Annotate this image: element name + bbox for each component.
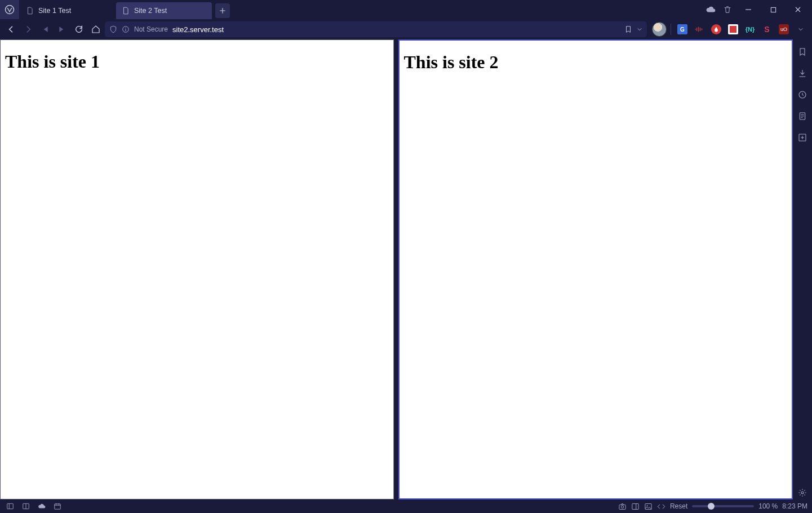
columns-icon <box>22 502 30 510</box>
sync-cloud-button[interactable] <box>703 1 718 18</box>
extension-droplet[interactable] <box>708 22 724 37</box>
vivaldi-logo-icon <box>5 5 15 15</box>
svg-rect-7 <box>7 503 14 508</box>
panel-toggle-button[interactable] <box>5 501 16 512</box>
extension-google-translate[interactable]: G <box>675 22 690 37</box>
forward-button[interactable] <box>20 21 36 37</box>
extension-ublock[interactable]: uO <box>776 22 792 37</box>
content-area: This is site 1 This is site 2 <box>0 39 812 499</box>
panel-history[interactable] <box>796 88 809 101</box>
code-icon <box>657 502 665 511</box>
fast-forward-button[interactable] <box>54 21 70 37</box>
rewind-button[interactable] <box>37 21 53 37</box>
back-button[interactable] <box>3 21 19 37</box>
chevron-down-icon <box>798 26 804 32</box>
page-tiling-button[interactable] <box>631 502 640 511</box>
window-minimize-button[interactable] <box>736 1 760 18</box>
minimize-icon <box>745 6 752 13</box>
zoom-reset-button[interactable]: Reset <box>670 502 687 510</box>
layout-icon <box>631 502 640 511</box>
waveform-icon <box>694 25 704 33</box>
panel-bookmarks[interactable] <box>796 45 809 59</box>
clock: 8:23 PM <box>782 502 807 510</box>
skip-forward-icon <box>58 25 66 33</box>
info-icon <box>122 25 130 33</box>
close-icon <box>795 6 801 13</box>
page-heading: This is site 2 <box>404 52 792 73</box>
images-toggle-button[interactable] <box>644 502 653 511</box>
capture-button[interactable] <box>618 502 627 511</box>
svg-point-6 <box>801 492 804 494</box>
tile-container: This is site 1 This is site 2 <box>0 39 793 499</box>
toolbar-extensions: G {N} S uO <box>648 22 809 37</box>
ublock-icon: uO <box>779 24 789 34</box>
svg-rect-12 <box>632 503 638 509</box>
file-icon <box>26 7 34 15</box>
panel-downloads[interactable] <box>796 67 809 80</box>
address-field[interactable]: Not Secure site2.server.test <box>105 21 647 37</box>
home-icon <box>91 25 100 34</box>
security-badge: Not Secure <box>134 25 168 33</box>
extension-audio[interactable] <box>691 22 707 37</box>
chevron-down-icon[interactable] <box>637 26 642 32</box>
closed-tabs-trash-button[interactable] <box>720 1 735 18</box>
extension-pocket[interactable] <box>725 22 741 37</box>
toolbar: Not Secure site2.server.test G {N} S uO <box>0 19 812 39</box>
status-bar: Reset 100 % 8:23 PM <box>0 499 812 513</box>
extension-s[interactable]: S <box>759 22 775 37</box>
tab-site-2[interactable]: Site 2 Test <box>116 2 212 19</box>
shield-icon <box>109 25 117 33</box>
bookmark-icon[interactable] <box>624 25 632 33</box>
extension-n[interactable]: {N} <box>742 22 758 37</box>
skip-back-icon <box>41 25 49 33</box>
tile-site-2[interactable]: This is site 2 <box>398 39 793 499</box>
tile-divider[interactable] <box>394 39 398 499</box>
tiling-button[interactable] <box>20 501 32 512</box>
gear-icon <box>798 488 807 497</box>
calendar-icon <box>54 502 61 510</box>
reload-button[interactable] <box>71 21 87 37</box>
tab-site-1[interactable]: Site 1 Test <box>20 2 116 19</box>
cloud-icon <box>705 5 716 15</box>
avatar-icon <box>652 22 667 37</box>
s-icon: S <box>764 25 769 34</box>
zoom-slider[interactable] <box>692 505 754 507</box>
camera-icon <box>618 502 627 511</box>
extensions-overflow[interactable] <box>793 22 809 37</box>
window-maximize-button[interactable] <box>761 1 785 18</box>
chevron-left-icon <box>7 25 16 34</box>
home-button[interactable] <box>88 21 104 37</box>
n-icon: {N} <box>746 26 755 33</box>
slider-thumb-icon <box>708 503 715 510</box>
tab-strip: Site 1 Test Site 2 Test <box>0 0 812 19</box>
tab-label: Site 1 Test <box>38 7 71 15</box>
svg-rect-9 <box>55 504 61 509</box>
droplet-icon <box>711 24 721 34</box>
svg-point-14 <box>647 505 648 506</box>
window-close-button[interactable] <box>786 1 810 18</box>
calendar-button[interactable] <box>52 501 63 512</box>
panel-settings[interactable] <box>796 486 809 499</box>
notes-icon <box>798 112 807 121</box>
svg-rect-1 <box>771 7 775 12</box>
profile-avatar[interactable] <box>651 22 667 37</box>
page-actions-button[interactable] <box>657 502 665 511</box>
pocket-icon <box>728 24 738 34</box>
side-panel <box>793 39 812 499</box>
panel-add[interactable] <box>796 131 809 144</box>
file-icon <box>122 7 130 15</box>
download-icon <box>798 69 807 78</box>
page-heading: This is site 1 <box>5 51 393 72</box>
svg-point-11 <box>621 505 623 507</box>
new-tab-button[interactable] <box>215 3 230 18</box>
plus-square-icon <box>798 133 807 142</box>
panel-notes[interactable] <box>796 109 809 123</box>
translate-icon: G <box>680 26 685 33</box>
trash-icon <box>723 5 732 14</box>
sync-status-button[interactable] <box>36 501 47 512</box>
tile-site-1[interactable]: This is site 1 <box>0 39 394 499</box>
reload-icon <box>74 25 83 34</box>
plus-icon <box>219 7 227 15</box>
vivaldi-menu-button[interactable] <box>0 0 19 19</box>
cloud-icon <box>38 502 46 510</box>
